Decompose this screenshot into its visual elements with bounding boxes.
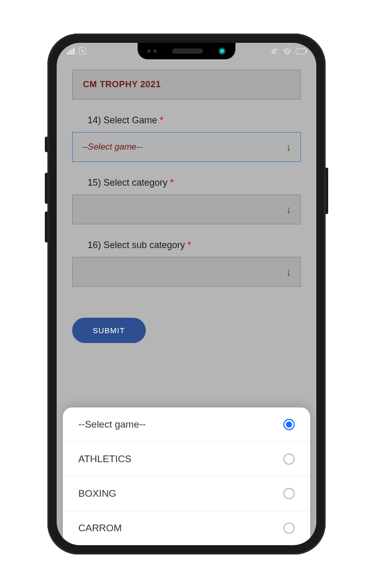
battery-icon [296,48,306,54]
field-label-game: 14) Select Game * [72,115,301,126]
form-group-category: 15) Select category * ↓ [72,177,301,224]
power-button [326,168,328,214]
submit-button[interactable]: SUBMIT [72,318,146,343]
app-screen: S CM TROPHY 2021 [57,43,316,545]
option-carrom[interactable]: CARROM [63,511,310,545]
option-label: --Select game-- [78,419,146,430]
form-group-subcategory: 16) Select sub category * ↓ [72,240,301,287]
field-label-category: 15) Select category * [72,177,301,188]
wifi-icon [283,47,292,55]
option-select-game[interactable]: --Select game-- [63,407,310,442]
chevron-down-icon: ↓ [286,141,291,153]
required-mark: * [188,240,191,250]
volume-up-button [45,173,47,204]
speaker-icon [172,48,203,54]
dropdown-panel: --Select game-- ATHLETICS BOXING CARROM [63,407,310,545]
radio-icon [283,488,295,499]
page-title: CM TROPHY 2021 [83,79,290,90]
option-label: ATHLETICS [78,453,131,465]
form-group-game: 14) Select Game * --Select game-- ↓ [72,115,301,162]
phone-frame: S CM TROPHY 2021 [47,34,326,554]
title-box: CM TROPHY 2021 [72,70,301,100]
required-mark: * [170,177,174,188]
option-boxing[interactable]: BOXING [63,477,310,511]
option-athletics[interactable]: ATHLETICS [63,442,310,477]
chevron-down-icon: ↓ [286,204,291,216]
dropdown-subcategory[interactable]: ↓ [72,257,301,287]
notch [138,43,235,59]
dropdown-category[interactable]: ↓ [72,194,301,224]
option-label: BOXING [78,488,116,499]
dropdown-game-value: --Select game-- [82,142,142,152]
option-label: CARROM [78,522,122,534]
camera-icon [218,47,226,55]
dropdown-game[interactable]: --Select game-- ↓ [72,132,301,162]
radio-icon [283,419,295,430]
required-mark: * [160,115,163,125]
mute-switch [45,137,47,152]
volume-down-button [45,211,47,242]
radio-icon [283,522,295,534]
sim-icon: S [79,47,86,55]
signal-icon [67,47,75,55]
form-content: CM TROPHY 2021 14) Select Game * --Selec… [57,59,316,353]
field-label-subcategory: 16) Select sub category * [72,240,301,251]
mute-icon [271,47,279,55]
radio-icon [283,453,295,465]
phone-inner: S CM TROPHY 2021 [57,43,316,545]
chevron-down-icon: ↓ [286,266,291,278]
